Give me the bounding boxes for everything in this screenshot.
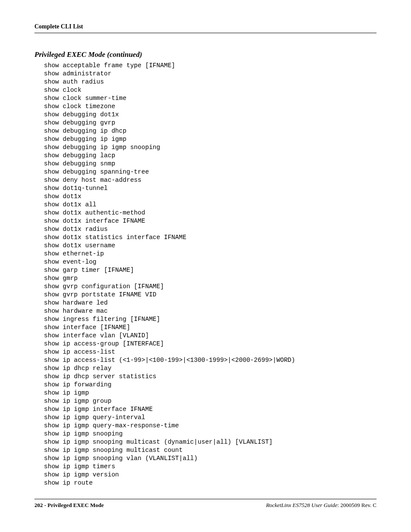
footer-page-label: 202 - Privileged EXEC Mode	[34, 502, 104, 509]
footer-doc-info: RocketLinx ES7528 User Guide: 2000509 Re…	[266, 502, 377, 509]
page: Complete CLI List Privileged EXEC Mode (…	[0, 0, 411, 532]
section-title: Privileged EXEC Mode (continued)	[34, 50, 377, 59]
running-header: Complete CLI List	[34, 23, 377, 33]
footer-revision: : 2000509 Rev. C	[337, 502, 377, 508]
page-footer: 202 - Privileged EXEC Mode RocketLinx ES…	[34, 499, 377, 509]
footer-product-name: RocketLinx ES7528 User Guide	[266, 502, 337, 508]
cli-command-list: show acceptable frame type [IFNAME] show…	[44, 62, 377, 487]
